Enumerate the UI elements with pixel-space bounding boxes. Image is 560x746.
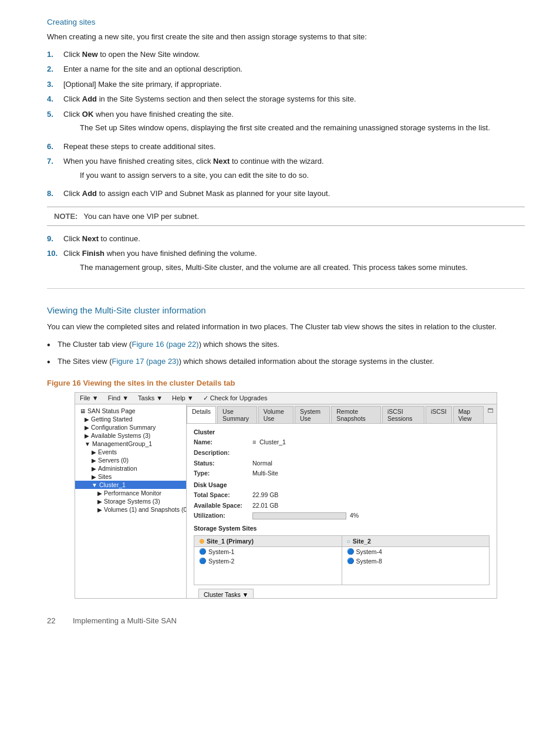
system8-label: System-8 (356, 558, 382, 565)
step-num-8: 8. (47, 188, 63, 200)
steps-after-list: 9. Click Next to continue. 10. Click Fin… (47, 233, 525, 277)
menu-check-upgrades[interactable]: ✓ Check for Upgrades (203, 394, 268, 402)
tab-details[interactable]: Details (187, 406, 216, 423)
tab-iscsi[interactable]: iSCSI (426, 406, 452, 423)
step-num-9: 9. (47, 233, 63, 245)
system4-icon: 🔵 (347, 548, 354, 555)
storage-system-sites: ⊕ Site_1 (Primary) ○ Site_2 🔵 Sys (194, 535, 490, 585)
mgmt-icon: ▼ (85, 441, 90, 447)
tab-iscsi-sessions[interactable]: iSCSI Sessions (382, 406, 424, 423)
tab-remote-snapshots[interactable]: Remote Snapshots (331, 406, 381, 423)
tree-servers[interactable]: ▶ Servers (0) (75, 456, 186, 464)
step-8: 8. Click Add to assign each VIP and Subn… (47, 188, 525, 200)
creating-sites-heading: Creating sites (47, 18, 525, 26)
site-row-3 (194, 566, 489, 575)
site1-primary-icon: ⊕ (199, 538, 204, 545)
step-8-bold: Add (82, 189, 97, 198)
tree-cluster1[interactable]: ▼ Cluster_1 (75, 481, 186, 489)
tree-servers-label: Servers (0) (98, 457, 129, 464)
sites-icon: ▶ (92, 474, 96, 480)
site2-empty (342, 566, 490, 575)
bullet-dot-1: • (47, 338, 58, 352)
tree-getting-started[interactable]: ▶ Getting Started (75, 415, 186, 423)
tree-volumes[interactable]: ▶ Volumes (1) and Snapshots (0) (75, 505, 186, 514)
tree-available-systems[interactable]: ▶ Available Systems (3) (75, 431, 186, 440)
sites-header: ⊕ Site_1 (Primary) ○ Site_2 (194, 536, 489, 547)
step-9-bold: Next (82, 234, 99, 243)
step-6: 6. Repeat these steps to create addition… (47, 141, 525, 153)
footer-text: Implementing a Multi-Site SAN (73, 616, 525, 625)
step-5: 5. Click OK when you have finished creat… (47, 109, 525, 137)
tab-volume-use[interactable]: Volume Use (258, 406, 294, 423)
tree-admin[interactable]: ▶ Administration (75, 464, 186, 472)
utilization-row: Utilization: 4% (194, 511, 490, 520)
tab-system-use[interactable]: System Use (295, 406, 330, 423)
disk-usage-section: Disk Usage Total Space: 22.99 GB Availab… (194, 481, 490, 520)
menu-file[interactable]: File ▼ (80, 394, 99, 402)
tab-use-summary[interactable]: Use Summary (217, 406, 257, 423)
tree-events[interactable]: ▶ Events (75, 448, 186, 456)
cluster-tasks-button[interactable]: Cluster Tasks ▼ (198, 589, 254, 598)
site1-sys2: 🔵 System-2 (194, 556, 342, 566)
tree-admin-label: Administration (98, 465, 137, 472)
tree-volumes-label: Volumes (1) and Snapshots (0) (104, 506, 187, 513)
cluster1-icon: ▼ (92, 482, 97, 488)
tree-perf-monitor[interactable]: ▶ Performance Monitor (75, 489, 186, 497)
total-space-row: Total Space: 22.99 GB (194, 491, 490, 499)
menu-tasks[interactable]: Tasks ▼ (138, 394, 163, 402)
bullet-list: • The Cluster tab view (Figure 16 (page … (47, 339, 525, 369)
step-7-sub: If you want to assign servers to a site,… (80, 170, 525, 181)
step-7: 7. When you have finished creating sites… (47, 156, 525, 184)
site2-icon: ○ (347, 538, 350, 545)
storage-sites-wrapper: Storage System Sites ⊕ Site_1 (Primary) … (194, 525, 490, 585)
tree-config-summary[interactable]: ▶ Configuration Summary (75, 423, 186, 431)
step-num-3: 3. (47, 79, 63, 90)
avail-space-value: 22.01 GB (252, 501, 278, 510)
site2-sys1: 🔵 System-4 (342, 547, 490, 556)
config-icon: ▶ (85, 424, 89, 431)
menu-help[interactable]: Help ▼ (172, 394, 194, 402)
menu-find[interactable]: Find ▼ (108, 394, 129, 402)
storage-sites-label: Storage System Sites (194, 525, 490, 532)
detail-status-row: Status: Normal (194, 459, 490, 468)
site2-empty2 (342, 575, 490, 585)
note-box: NOTE: You can have one VIP per subnet. (47, 207, 525, 226)
tree-cluster1-label: Cluster_1 (99, 481, 126, 488)
servers-icon: ▶ (92, 457, 96, 464)
site1-empty (194, 566, 342, 575)
step-7-bold: Next (213, 157, 230, 166)
footer-pagenum: 22 (47, 616, 61, 625)
utilization-value: 4% (252, 511, 359, 520)
tree-mgmt-group[interactable]: ▼ ManagementGroup_1 (75, 440, 186, 448)
bullet-2: • The Sites view (Figure 17 (page 23)) w… (47, 356, 525, 369)
tree-storage-systems[interactable]: ▶ Storage Systems (3) (75, 497, 186, 505)
util-bar-bg (252, 512, 346, 519)
step-5-bold: OK (82, 110, 94, 119)
figure-17-link[interactable]: Figure 17 (page 23) (112, 357, 178, 366)
step-4-bold: Add (82, 94, 97, 103)
detail-name-row: Name: ≡ Cluster_1 (194, 438, 490, 447)
tree-perf-label: Performance Monitor (104, 490, 161, 497)
viewing-intro: You can view the completed sites and rel… (47, 321, 525, 333)
volumes-icon: ▶ (97, 507, 102, 513)
detail-type-value: Multi-Site (252, 469, 278, 478)
util-percent: 4% (350, 511, 359, 520)
tree-sites[interactable]: ▶ Sites (75, 472, 186, 481)
step-10-bold: Finish (82, 249, 104, 258)
creating-sites-intro: When creating a new site, you first crea… (47, 31, 525, 43)
detail-status-value: Normal (252, 459, 272, 468)
site2-header-label: Site_2 (353, 538, 371, 545)
system8-icon: 🔵 (347, 558, 354, 564)
viewing-heading: Viewing the Multi-Site cluster informati… (47, 305, 525, 315)
step-num-5: 5. (47, 109, 63, 137)
tab-map-view[interactable]: Map View (453, 406, 484, 423)
system2-label: System-2 (208, 558, 234, 565)
site1-header-label: Site_1 (Primary) (207, 538, 254, 545)
site2-header: ○ Site_2 (342, 536, 490, 546)
detail-type-label: Type: (194, 469, 252, 478)
bullet-dot-2: • (47, 355, 58, 369)
figure-16-link[interactable]: Figure 16 (page 22) (131, 340, 198, 349)
step-5-sub: The Set up Sites window opens, displayin… (80, 122, 525, 134)
site2-sys2: 🔵 System-8 (342, 556, 490, 566)
tree-san-status[interactable]: 🖥 SAN Status Page (75, 407, 186, 415)
